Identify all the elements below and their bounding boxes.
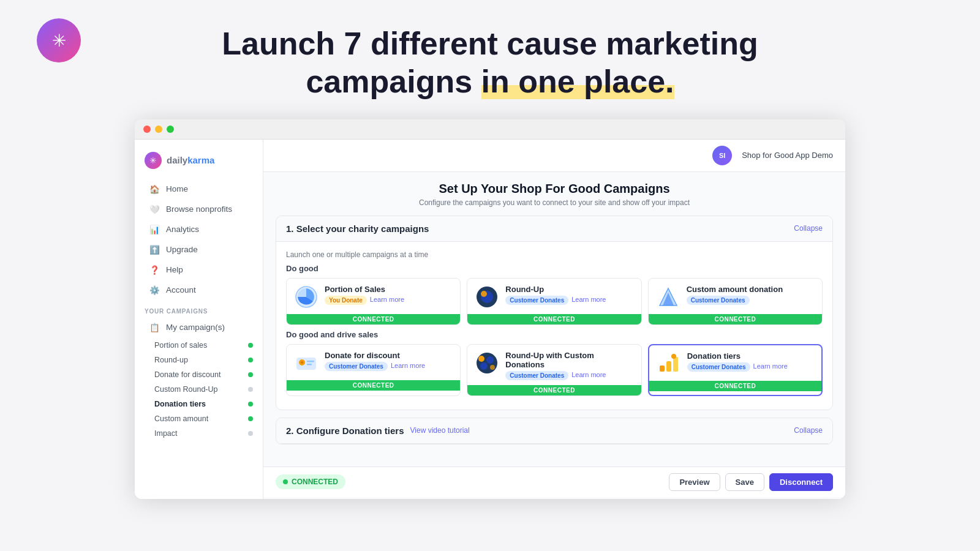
sidebar-item-my-campaigns[interactable]: 📋 My campaign(s) xyxy=(140,318,258,337)
section-2-collapse-button[interactable]: Collapse xyxy=(794,426,823,435)
learn-more-link-dd[interactable]: Learn more xyxy=(391,362,425,371)
app-logo: ✳ xyxy=(37,18,81,62)
campaign-label: Custom Round-Up xyxy=(154,385,218,394)
account-icon: ⚙️ xyxy=(149,285,160,295)
section-2-header: 2. Configure Donation tiers View video t… xyxy=(276,418,832,444)
campaign-label: Donation tiers xyxy=(154,400,206,408)
campaign-name: Donate for discount xyxy=(325,351,453,360)
connected-bar-pos: CONNECTED xyxy=(287,314,460,324)
svg-text:✳: ✳ xyxy=(149,156,157,165)
connected-bar-dt: CONNECTED xyxy=(649,381,821,391)
topbar: SI Shop for Good App Demo xyxy=(263,140,845,172)
campaign-name: Portion of Sales xyxy=(325,285,453,294)
connected-badge: CONNECTED xyxy=(276,474,345,489)
do-good-label: Do good xyxy=(286,264,823,273)
customer-donates-tag: Customer Donates xyxy=(505,296,568,305)
launch-hint: Launch one or multiple campaigns at a ti… xyxy=(286,250,823,259)
learn-more-link-ruc[interactable]: Learn more xyxy=(571,371,606,380)
home-icon: 🏠 xyxy=(149,184,160,194)
connected-text: CONNECTED xyxy=(292,478,338,486)
app-window: ✳ dailykarma 🏠 Home 🤍 Browse nonprofits … xyxy=(135,119,845,499)
learn-more-link-dt[interactable]: Learn more xyxy=(753,362,788,372)
custom-amount-icon xyxy=(656,285,680,309)
sidebar-label-browse: Browse nonprofits xyxy=(166,204,232,214)
svg-point-21 xyxy=(671,354,676,359)
disconnect-button[interactable]: Disconnect xyxy=(769,473,833,491)
campaign-item-round-up[interactable]: Round-up xyxy=(135,353,263,367)
campaign-item-portion-of-sales[interactable]: Portion of sales xyxy=(135,338,263,353)
svg-rect-11 xyxy=(307,361,314,362)
sidebar-item-account[interactable]: ⚙️ Account xyxy=(140,280,258,300)
help-icon: ❓ xyxy=(149,265,160,275)
svg-point-13 xyxy=(477,353,497,373)
window-titlebar xyxy=(135,119,845,140)
user-name: Shop for Good App Demo xyxy=(742,151,833,160)
svg-rect-19 xyxy=(666,361,671,372)
donation-tiers-icon xyxy=(657,351,681,376)
customer-donates-tag: Customer Donates xyxy=(687,362,750,372)
campaign-item-custom-amount[interactable]: Custom amount xyxy=(135,411,263,426)
campaigns-row-2: Donate for discount Customer Donates Lea… xyxy=(286,344,823,396)
brand-logo-icon: ✳ xyxy=(145,152,162,169)
my-campaigns-label: My campaign(s) xyxy=(166,323,225,332)
campaign-card-donation-tiers[interactable]: Donation tiers Customer Donates Learn mo… xyxy=(648,344,823,396)
svg-point-17 xyxy=(490,365,495,370)
campaign-label: Donate for discount xyxy=(154,370,221,379)
sidebar-item-upgrade[interactable]: ⬆️ Upgrade xyxy=(140,240,258,260)
svg-point-5 xyxy=(481,291,487,297)
campaign-label: Impact xyxy=(154,429,178,438)
status-indicator xyxy=(248,402,253,407)
status-indicator xyxy=(248,372,253,377)
status-indicator xyxy=(248,431,253,436)
sidebar-item-help[interactable]: ❓ Help xyxy=(140,260,258,280)
svg-rect-12 xyxy=(307,364,312,365)
campaign-item-donate-for-discount[interactable]: Donate for discount xyxy=(135,367,263,382)
sidebar-item-browse[interactable]: 🤍 Browse nonprofits xyxy=(140,200,258,219)
campaign-name: Donation tiers xyxy=(687,351,814,361)
video-tutorial-link[interactable]: View video tutorial xyxy=(410,426,470,435)
campaign-label: Custom amount xyxy=(154,414,208,423)
campaign-name: Round-Up xyxy=(505,285,633,294)
section-1-header: 1. Select your charity campaigns Collaps… xyxy=(276,216,832,242)
connected-bar-ruc: CONNECTED xyxy=(467,385,641,395)
you-donate-tag: You Donate xyxy=(325,296,367,305)
campaign-name: Round-Up with Custom Donations xyxy=(505,351,633,369)
campaign-card-custom-amount[interactable]: Custom amount donation Customer Donates … xyxy=(648,278,823,325)
status-indicator xyxy=(248,358,253,362)
preview-button[interactable]: Preview xyxy=(669,473,720,491)
campaign-card-donate-discount[interactable]: Donate for discount Customer Donates Lea… xyxy=(286,344,461,396)
svg-point-14 xyxy=(480,362,488,370)
sidebar-label-account: Account xyxy=(166,285,196,294)
sidebar-item-home[interactable]: 🏠 Home xyxy=(140,179,258,199)
campaign-card-roundup-custom[interactable]: Round-Up with Custom Donations Customer … xyxy=(467,344,641,396)
learn-more-link-pos[interactable]: Learn more xyxy=(370,296,404,305)
campaign-name: Custom amount donation xyxy=(687,285,815,294)
campaign-card-portion-of-sales[interactable]: Portion of Sales You Donate Learn more C… xyxy=(286,278,461,325)
save-button[interactable]: Save xyxy=(725,473,764,491)
svg-rect-18 xyxy=(660,365,665,372)
campaign-item-donation-tiers[interactable]: Donation tiers xyxy=(135,397,263,411)
campaign-item-custom-round-up[interactable]: Custom Round-Up xyxy=(135,382,263,397)
campaign-label: Round-up xyxy=(154,356,188,364)
section-2-card: 2. Configure Donation tiers View video t… xyxy=(276,418,833,444)
campaign-card-round-up[interactable]: Round-Up Customer Donates Learn more CON… xyxy=(467,278,641,325)
customer-donates-tag: Customer Donates xyxy=(325,362,388,371)
donate-discount-icon xyxy=(294,351,318,375)
campaigns-icon: 📋 xyxy=(149,323,160,332)
sidebar-brand: ✳ dailykarma xyxy=(135,149,263,179)
status-indicator xyxy=(248,343,253,348)
brand-karma: karma xyxy=(187,155,214,165)
svg-point-10 xyxy=(301,361,303,364)
svg-point-15 xyxy=(486,356,494,364)
sidebar-item-analytics[interactable]: 📊 Analytics xyxy=(140,220,258,239)
setup-title: Set Up Your Shop For Good Campaigns xyxy=(276,182,833,196)
user-avatar: SI xyxy=(712,146,732,165)
section-1-collapse-button[interactable]: Collapse xyxy=(794,224,823,233)
window-close-dot xyxy=(143,126,151,133)
learn-more-link-ru[interactable]: Learn more xyxy=(571,296,606,305)
connected-bar-dd: CONNECTED xyxy=(287,380,460,391)
section-1-card: 1. Select your charity campaigns Collaps… xyxy=(276,216,833,410)
campaign-item-impact[interactable]: Impact xyxy=(135,426,263,441)
section-1-title: 1. Select your charity campaigns xyxy=(286,223,429,234)
analytics-icon: 📊 xyxy=(149,225,160,234)
